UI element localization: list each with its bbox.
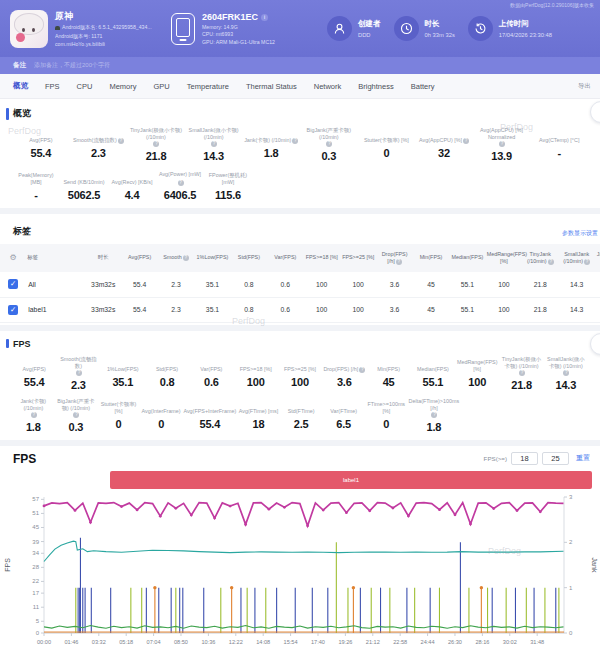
creator-value: DDD [358,32,381,38]
info-icon[interactable]: ? [183,255,189,261]
info-icon[interactable]: ? [118,138,124,144]
info-icon[interactable]: ? [31,412,37,418]
stat-label: TinyJank(极微小卡顿) (/10min)? [128,127,184,147]
info-icon[interactable]: ? [73,412,79,418]
info-icon[interactable]: ? [211,141,217,147]
stat-label: FPS>=25 [%] [279,356,321,373]
info-icon[interactable]: ? [499,141,505,147]
stat-value: 0 [366,418,407,430]
stat-cell: Jank(卡顿) (/10min)?1.8 [242,125,300,164]
info-icon[interactable]: ? [548,259,554,265]
stat-label: SmallJank(微小卡顿) (/10min)? [545,356,587,376]
device-gpu: GPU: ARM Mali-G1-Ultra MC12 [202,39,314,45]
table-cell: 100 [304,297,340,322]
fps-threshold-label: FPS(>=) [484,455,507,462]
stat-label: Avg(CTemp) [°C] [531,127,587,144]
row-label: All [26,272,85,297]
stat-cell: FPS>=25 [%]100 [278,354,322,393]
tab-network[interactable]: Network [314,82,342,91]
stat-value: - [13,189,59,201]
svg-text:22:58: 22:58 [393,639,407,645]
row-checkbox[interactable]: ✓ [8,305,18,315]
labels-title: 标签 [13,226,31,236]
info-icon[interactable]: ? [292,138,298,144]
stat-value: 14.3 [186,150,242,162]
column-header-label: 标签 [26,244,85,272]
svg-text:5: 5 [36,618,40,624]
stat-cell: SmallJank(微小卡顿) (/10min)?14.3 [544,354,588,393]
stat-value: 0.8 [146,376,188,388]
stat-value: 32 [416,147,472,159]
info-icon[interactable]: ? [563,370,569,376]
svg-text:51: 51 [32,510,39,516]
info-icon[interactable]: ? [153,141,159,147]
table-cell: 55.4 [121,272,157,297]
info-icon[interactable]: ? [431,412,437,418]
tab-fps[interactable]: FPS [45,82,60,91]
svg-text:FPS: FPS [4,557,11,571]
table-settings-gear-icon[interactable]: ⚙ [10,253,17,262]
tab-memory[interactable]: Memory [109,82,136,91]
stat-label: BigJank(严重卡顿) (/10min)? [301,127,357,147]
svg-text:17:40: 17:40 [311,639,325,645]
label1-banner[interactable]: label1 [110,471,592,489]
table-cell: 35.1 [194,297,230,322]
stat-cell: Jank(卡顿) (/10min)?1.8 [12,396,55,435]
tab-bar: 概览FPSCPUMemoryGPUTemperatureThermal Stat… [0,74,600,99]
row-label: label1 [26,297,85,322]
labels-table: ⚙标签时长Avg(FPS)Smooth?1%Low(FPS)Std(FPS)Va… [0,244,600,323]
fps-collapse-button[interactable] [590,333,600,355]
stat-cell: Smooth(流畅指数)?2.3 [56,354,100,393]
stat-value: 1.8 [243,147,299,159]
info-icon[interactable]: ? [519,370,525,376]
info-icon[interactable]: ? [178,180,184,186]
app-version-name: Android版本名: 6.5.1_43295958_434... [62,24,152,31]
stat-cell: TinyJank(极微小卡顿) (/10min)?21.8 [499,354,543,393]
tab-brightness[interactable]: Brightness [358,82,393,91]
stat-cell: Var(FPS)0.6 [189,354,233,393]
stat-value: 0 [359,147,415,159]
stat-value: 115.6 [205,189,251,201]
header: 数据由PerfDog[12.0.290106]版本收集 原神 Android版本… [0,0,600,57]
column-header: Smooth? [158,244,194,272]
export-button[interactable]: 导出 [578,82,591,91]
stat-value: 100 [235,376,277,388]
table-cell: 33m32s [85,297,121,322]
info-icon[interactable]: ? [396,259,402,265]
stat-cell: Smooth(流畅指数)?2.3 [70,125,128,164]
stat-value: 18 [238,418,279,430]
stat-label: Smooth(流畅指数)? [57,356,99,376]
android-icon [55,26,60,30]
row-checkbox[interactable]: ✓ [8,279,18,289]
overview-section: 概览 Avg(FPS)55.4Smooth(流畅指数)?2.3TinyJank(… [0,99,600,208]
fps-stats-row2: Jank(卡顿) (/10min)?1.8BigJank(严重卡顿) (/10m… [0,396,600,435]
labels-section: 标签 参数显示设置 ⚙标签时长Avg(FPS)Smooth?1%Low(FPS)… [0,214,600,325]
fps-threshold-input-1[interactable]: 18 [511,452,538,465]
stat-cell: Avg(Power) [mW]?6406.5 [156,167,204,203]
tab-概览[interactable]: 概览 [13,81,28,91]
display-settings-link[interactable]: 参数显示设置 [562,229,598,238]
stat-cell: Stutter(卡顿率) [%]0 [97,396,140,435]
info-icon[interactable]: ? [463,138,469,144]
note-label: 备注 [13,61,26,70]
column-header: Var(FPS) [267,244,303,272]
tab-battery[interactable]: Battery [411,82,435,91]
fps-threshold-input-2[interactable]: 25 [542,452,569,465]
fps-chart-canvas[interactable]: 05111722283439455157012300:0001:4603:320… [0,491,600,653]
stat-label: Var(FTime) [323,398,364,415]
info-icon[interactable]: ? [359,367,365,373]
note-placeholder: 添加备注，不超过200个字符 [34,61,110,70]
info-icon[interactable]: ? [76,370,82,376]
reset-button[interactable]: 重置 [576,453,590,463]
device-info-icon[interactable]: i [261,14,268,21]
stat-cell: FPower(整机耗) [mW]115.6 [204,167,252,203]
info-icon[interactable]: ? [326,141,332,147]
info-icon[interactable]: ? [584,259,590,265]
tab-temperature[interactable]: Temperature [187,82,229,91]
tab-gpu[interactable]: GPU [154,82,170,91]
tab-thermal-status[interactable]: Thermal Status [246,82,297,91]
note-bar[interactable]: 备注 添加备注，不超过200个字符 [0,57,600,74]
column-header: FPS>=18 [%] [304,244,340,272]
tab-cpu[interactable]: CPU [77,82,93,91]
svg-text:00:00: 00:00 [37,639,51,645]
